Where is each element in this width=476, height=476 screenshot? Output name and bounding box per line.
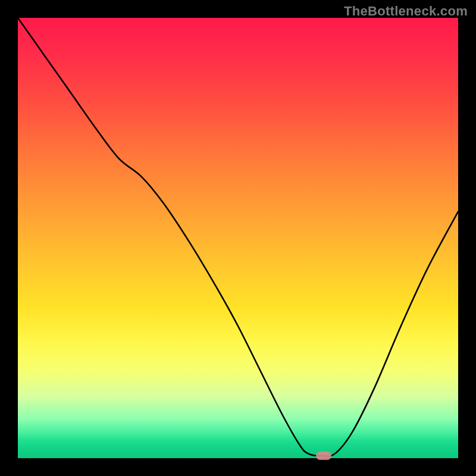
plot-area [18,18,458,458]
bottleneck-curve [18,18,458,458]
curve-path [18,18,458,456]
chart-stage: TheBottleneck.com [0,0,476,476]
watermark-text: TheBottleneck.com [344,4,468,19]
bottleneck-marker [316,452,331,460]
